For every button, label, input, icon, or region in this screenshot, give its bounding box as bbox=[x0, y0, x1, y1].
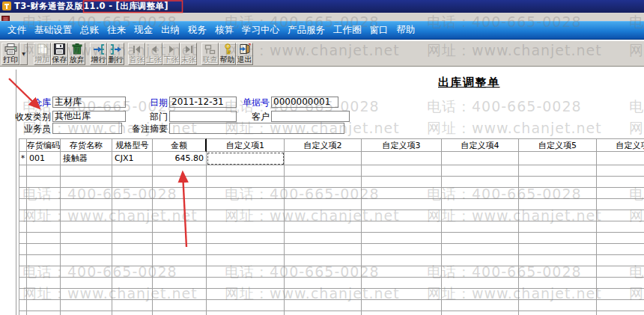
menu-item[interactable]: 学习中心 bbox=[242, 24, 279, 37]
category-field[interactable]: 其他出库 bbox=[52, 111, 126, 122]
table-cell[interactable] bbox=[27, 278, 61, 289]
table-cell[interactable] bbox=[442, 244, 519, 255]
table-cell[interactable] bbox=[597, 188, 644, 199]
table-cell[interactable] bbox=[112, 300, 153, 311]
insert-row-button[interactable]: 增行 bbox=[90, 43, 107, 65]
table-cell[interactable] bbox=[362, 210, 442, 221]
table-cell[interactable] bbox=[61, 311, 112, 315]
table-cell[interactable] bbox=[61, 300, 112, 311]
table-cell[interactable] bbox=[442, 199, 519, 210]
print-button[interactable]: 打印 bbox=[1, 43, 19, 65]
table-cell[interactable] bbox=[597, 300, 644, 311]
table-cell[interactable] bbox=[519, 311, 597, 315]
table-cell[interactable] bbox=[153, 221, 207, 233]
table-cell[interactable] bbox=[61, 255, 112, 266]
table-cell[interactable] bbox=[597, 199, 644, 210]
table-cell[interactable] bbox=[207, 221, 285, 233]
table-cell[interactable] bbox=[207, 233, 285, 244]
table-cell[interactable] bbox=[519, 244, 597, 255]
table-cell[interactable] bbox=[153, 199, 207, 210]
table-cell[interactable] bbox=[207, 177, 285, 188]
table-cell[interactable] bbox=[153, 311, 207, 315]
table-cell[interactable] bbox=[112, 177, 153, 188]
table-cell[interactable] bbox=[285, 233, 362, 244]
table-cell[interactable] bbox=[112, 311, 153, 315]
table-cell[interactable] bbox=[207, 152, 285, 165]
table-cell[interactable] bbox=[27, 289, 61, 300]
save-button[interactable]: 保存 bbox=[51, 43, 68, 65]
table-cell[interactable] bbox=[442, 255, 519, 266]
table-cell[interactable] bbox=[442, 177, 519, 188]
table-cell[interactable] bbox=[207, 300, 285, 311]
table-cell[interactable] bbox=[597, 278, 644, 289]
table-cell[interactable] bbox=[285, 188, 362, 199]
table-cell[interactable] bbox=[442, 289, 519, 300]
menu-item[interactable]: 文件 bbox=[7, 24, 26, 37]
table-cell[interactable] bbox=[362, 255, 442, 266]
table-cell[interactable] bbox=[519, 152, 597, 165]
table-cell[interactable] bbox=[27, 266, 61, 278]
table-cell[interactable] bbox=[519, 255, 597, 266]
table-cell[interactable] bbox=[362, 188, 442, 199]
table-cell[interactable] bbox=[442, 300, 519, 311]
table-cell[interactable]: CJX1 bbox=[112, 152, 153, 165]
warehouse-field[interactable]: 主材库 bbox=[52, 97, 126, 108]
table-cell[interactable] bbox=[362, 221, 442, 233]
table-cell[interactable] bbox=[597, 233, 644, 244]
table-cell[interactable] bbox=[519, 221, 597, 233]
menu-item[interactable]: 核算 bbox=[215, 24, 234, 37]
table-cell[interactable] bbox=[362, 199, 442, 210]
table-cell[interactable] bbox=[153, 210, 207, 221]
table-cell[interactable] bbox=[519, 188, 597, 199]
table-cell[interactable] bbox=[207, 289, 285, 300]
table-cell[interactable] bbox=[27, 199, 61, 210]
table-cell[interactable] bbox=[285, 177, 362, 188]
table-cell[interactable] bbox=[27, 188, 61, 199]
table-cell[interactable] bbox=[27, 300, 61, 311]
table-cell[interactable] bbox=[597, 266, 644, 278]
table-cell[interactable] bbox=[112, 233, 153, 244]
table-cell[interactable] bbox=[207, 188, 285, 199]
exit-button[interactable]: 退出 bbox=[236, 43, 253, 65]
table-cell[interactable] bbox=[112, 278, 153, 289]
table-cell[interactable] bbox=[519, 177, 597, 188]
table-cell[interactable] bbox=[112, 165, 153, 177]
table-cell[interactable] bbox=[362, 278, 442, 289]
table-cell[interactable] bbox=[597, 165, 644, 177]
table-cell[interactable] bbox=[362, 165, 442, 177]
table-cell[interactable] bbox=[285, 255, 362, 266]
table-cell[interactable] bbox=[61, 221, 112, 233]
table-cell[interactable] bbox=[27, 165, 61, 177]
menu-item[interactable]: 出纳 bbox=[161, 24, 180, 37]
table-cell[interactable] bbox=[153, 233, 207, 244]
table-cell[interactable] bbox=[285, 300, 362, 311]
table-cell[interactable] bbox=[519, 210, 597, 221]
table-cell[interactable] bbox=[61, 266, 112, 278]
table-cell[interactable] bbox=[442, 266, 519, 278]
table-cell[interactable] bbox=[61, 188, 112, 199]
table-cell[interactable] bbox=[362, 300, 442, 311]
menu-item[interactable]: 总账 bbox=[80, 24, 99, 37]
table-cell[interactable] bbox=[153, 177, 207, 188]
print-dropdown-button[interactable]: ▼ bbox=[19, 43, 28, 65]
table-cell[interactable] bbox=[112, 289, 153, 300]
table-cell[interactable] bbox=[597, 177, 644, 188]
table-cell[interactable] bbox=[207, 255, 285, 266]
menu-item[interactable]: 帮助 bbox=[397, 24, 416, 37]
table-cell[interactable] bbox=[112, 266, 153, 278]
table-cell[interactable] bbox=[285, 266, 362, 278]
memo-field[interactable] bbox=[169, 123, 344, 134]
table-cell[interactable] bbox=[153, 278, 207, 289]
menu-item[interactable]: 基础设置 bbox=[34, 24, 72, 37]
table-cell[interactable] bbox=[442, 278, 519, 289]
table-cell[interactable] bbox=[285, 221, 362, 233]
table-cell[interactable] bbox=[285, 210, 362, 221]
table-cell[interactable] bbox=[112, 210, 153, 221]
menu-item[interactable]: 现金 bbox=[134, 24, 153, 37]
customer-field[interactable] bbox=[271, 111, 350, 122]
table-cell[interactable] bbox=[61, 177, 112, 188]
table-cell[interactable] bbox=[207, 266, 285, 278]
table-cell[interactable] bbox=[597, 152, 644, 165]
table-cell[interactable] bbox=[519, 199, 597, 210]
menu-item[interactable]: 窗口 bbox=[370, 24, 389, 37]
